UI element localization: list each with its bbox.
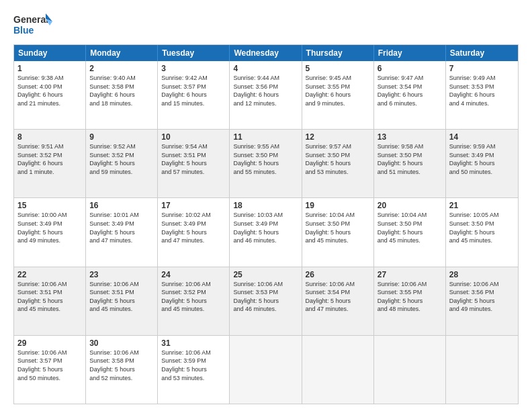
day-cell-18: 18Sunrise: 10:03 AM Sunset: 3:49 PM Dayl… [230, 198, 302, 266]
header: GeneralBlue [13, 11, 519, 38]
day-info: Sunrise: 9:42 AM Sunset: 3:57 PM Dayligh… [161, 74, 226, 107]
calendar-row-3: 15Sunrise: 10:00 AM Sunset: 3:49 PM Dayl… [14, 197, 518, 266]
day-info: Sunrise: 10:02 AM Sunset: 3:49 PM Daylig… [161, 211, 226, 244]
logo-svg: GeneralBlue [13, 11, 54, 38]
day-cell-10: 10Sunrise: 9:54 AM Sunset: 3:51 PM Dayli… [158, 130, 230, 197]
day-cell-22: 22Sunrise: 10:06 AM Sunset: 3:51 PM Dayl… [14, 267, 86, 335]
day-number: 25 [233, 270, 298, 279]
empty-cell [302, 336, 374, 404]
day-cell-2: 2Sunrise: 9:40 AM Sunset: 3:58 PM Daylig… [86, 61, 158, 129]
weekday-header-saturday: Saturday [446, 45, 518, 61]
day-number: 18 [233, 201, 298, 210]
day-info: Sunrise: 10:06 AM Sunset: 3:51 PM Daylig… [17, 280, 82, 314]
day-info: Sunrise: 9:54 AM Sunset: 3:51 PM Dayligh… [161, 142, 226, 176]
day-cell-25: 25Sunrise: 10:06 AM Sunset: 3:53 PM Dayl… [230, 267, 302, 335]
day-info: Sunrise: 10:06 AM Sunset: 3:53 PM Daylig… [233, 280, 298, 314]
day-info: Sunrise: 10:06 AM Sunset: 3:57 PM Daylig… [17, 349, 82, 382]
logo: GeneralBlue [13, 11, 54, 38]
day-info: Sunrise: 10:03 AM Sunset: 3:49 PM Daylig… [233, 211, 298, 244]
day-cell-8: 8Sunrise: 9:51 AM Sunset: 3:52 PM Daylig… [14, 130, 86, 197]
calendar-header: SundayMondayTuesdayWednesdayThursdayFrid… [14, 45, 518, 61]
day-info: Sunrise: 10:05 AM Sunset: 3:50 PM Daylig… [449, 211, 515, 244]
weekday-header-monday: Monday [86, 45, 158, 61]
empty-cell [374, 336, 446, 404]
svg-text:Blue: Blue [13, 25, 34, 36]
day-info: Sunrise: 9:51 AM Sunset: 3:52 PM Dayligh… [17, 142, 82, 176]
day-cell-17: 17Sunrise: 10:02 AM Sunset: 3:49 PM Dayl… [158, 198, 230, 266]
day-info: Sunrise: 10:06 AM Sunset: 3:51 PM Daylig… [89, 280, 154, 314]
day-info: Sunrise: 9:38 AM Sunset: 4:00 PM Dayligh… [17, 74, 82, 107]
empty-cell [230, 336, 302, 404]
day-number: 11 [233, 132, 298, 142]
day-number: 6 [378, 64, 442, 73]
day-info: Sunrise: 9:55 AM Sunset: 3:50 PM Dayligh… [233, 142, 298, 176]
day-cell-14: 14Sunrise: 9:59 AM Sunset: 3:49 PM Dayli… [446, 130, 518, 197]
page: GeneralBlue SundayMondayTuesdayWednesday… [0, 0, 532, 411]
day-cell-1: 1Sunrise: 9:38 AM Sunset: 4:00 PM Daylig… [14, 61, 86, 129]
day-number: 16 [89, 201, 154, 210]
day-info: Sunrise: 10:06 AM Sunset: 3:59 PM Daylig… [161, 349, 226, 382]
weekday-header-sunday: Sunday [14, 45, 86, 61]
weekday-header-friday: Friday [374, 45, 446, 61]
day-cell-31: 31Sunrise: 10:06 AM Sunset: 3:59 PM Dayl… [158, 336, 230, 404]
day-number: 21 [449, 201, 515, 210]
day-cell-15: 15Sunrise: 10:00 AM Sunset: 3:49 PM Dayl… [14, 198, 86, 266]
day-cell-13: 13Sunrise: 9:58 AM Sunset: 3:50 PM Dayli… [374, 130, 446, 197]
day-number: 29 [17, 338, 82, 348]
day-cell-9: 9Sunrise: 9:52 AM Sunset: 3:52 PM Daylig… [86, 130, 158, 197]
day-info: Sunrise: 10:06 AM Sunset: 3:56 PM Daylig… [449, 280, 515, 314]
day-info: Sunrise: 9:58 AM Sunset: 3:50 PM Dayligh… [378, 142, 442, 176]
day-number: 15 [17, 201, 82, 210]
day-info: Sunrise: 9:57 AM Sunset: 3:50 PM Dayligh… [306, 142, 370, 176]
day-number: 12 [306, 132, 370, 142]
day-number: 13 [378, 132, 442, 142]
day-number: 2 [89, 64, 154, 73]
empty-cell [446, 336, 518, 404]
day-cell-3: 3Sunrise: 9:42 AM Sunset: 3:57 PM Daylig… [158, 61, 230, 129]
day-number: 23 [89, 270, 154, 279]
day-number: 1 [17, 64, 82, 73]
day-cell-23: 23Sunrise: 10:06 AM Sunset: 3:51 PM Dayl… [86, 267, 158, 335]
calendar: SundayMondayTuesdayWednesdayThursdayFrid… [13, 44, 519, 404]
day-info: Sunrise: 9:44 AM Sunset: 3:56 PM Dayligh… [233, 74, 298, 107]
day-number: 28 [449, 270, 515, 279]
day-cell-28: 28Sunrise: 10:06 AM Sunset: 3:56 PM Dayl… [446, 267, 518, 335]
day-number: 31 [161, 338, 226, 348]
day-info: Sunrise: 10:06 AM Sunset: 3:54 PM Daylig… [306, 280, 370, 314]
day-cell-29: 29Sunrise: 10:06 AM Sunset: 3:57 PM Dayl… [14, 336, 86, 404]
day-cell-5: 5Sunrise: 9:45 AM Sunset: 3:55 PM Daylig… [302, 61, 374, 129]
day-info: Sunrise: 9:40 AM Sunset: 3:58 PM Dayligh… [89, 74, 154, 107]
day-number: 20 [378, 201, 442, 210]
calendar-row-4: 22Sunrise: 10:06 AM Sunset: 3:51 PM Dayl… [14, 267, 518, 335]
day-number: 24 [161, 270, 226, 279]
day-cell-19: 19Sunrise: 10:04 AM Sunset: 3:50 PM Dayl… [302, 198, 374, 266]
day-number: 8 [17, 132, 82, 142]
day-info: Sunrise: 10:04 AM Sunset: 3:50 PM Daylig… [378, 211, 442, 244]
day-cell-6: 6Sunrise: 9:47 AM Sunset: 3:54 PM Daylig… [374, 61, 446, 129]
day-info: Sunrise: 10:06 AM Sunset: 3:55 PM Daylig… [378, 280, 442, 314]
day-number: 5 [306, 64, 370, 73]
day-cell-26: 26Sunrise: 10:06 AM Sunset: 3:54 PM Dayl… [302, 267, 374, 335]
day-cell-12: 12Sunrise: 9:57 AM Sunset: 3:50 PM Dayli… [302, 130, 374, 197]
day-info: Sunrise: 9:49 AM Sunset: 3:53 PM Dayligh… [449, 74, 515, 107]
day-number: 22 [17, 270, 82, 279]
day-cell-7: 7Sunrise: 9:49 AM Sunset: 3:53 PM Daylig… [446, 61, 518, 129]
day-info: Sunrise: 9:59 AM Sunset: 3:49 PM Dayligh… [449, 142, 515, 176]
day-cell-24: 24Sunrise: 10:06 AM Sunset: 3:52 PM Dayl… [158, 267, 230, 335]
calendar-row-1: 1Sunrise: 9:38 AM Sunset: 4:00 PM Daylig… [14, 61, 518, 129]
day-number: 19 [306, 201, 370, 210]
day-info: Sunrise: 10:06 AM Sunset: 3:58 PM Daylig… [89, 349, 154, 382]
day-info: Sunrise: 10:06 AM Sunset: 3:52 PM Daylig… [161, 280, 226, 314]
calendar-body: 1Sunrise: 9:38 AM Sunset: 4:00 PM Daylig… [14, 61, 518, 404]
day-info: Sunrise: 9:45 AM Sunset: 3:55 PM Dayligh… [306, 74, 370, 107]
day-info: Sunrise: 10:04 AM Sunset: 3:50 PM Daylig… [306, 211, 370, 244]
svg-text:General: General [13, 14, 48, 25]
day-info: Sunrise: 9:47 AM Sunset: 3:54 PM Dayligh… [378, 74, 442, 107]
calendar-row-5: 29Sunrise: 10:06 AM Sunset: 3:57 PM Dayl… [14, 335, 518, 404]
day-number: 3 [161, 64, 226, 73]
day-cell-27: 27Sunrise: 10:06 AM Sunset: 3:55 PM Dayl… [374, 267, 446, 335]
day-number: 4 [233, 64, 298, 73]
day-info: Sunrise: 10:01 AM Sunset: 3:49 PM Daylig… [89, 211, 154, 244]
day-number: 10 [161, 132, 226, 142]
weekday-header-wednesday: Wednesday [230, 45, 302, 61]
